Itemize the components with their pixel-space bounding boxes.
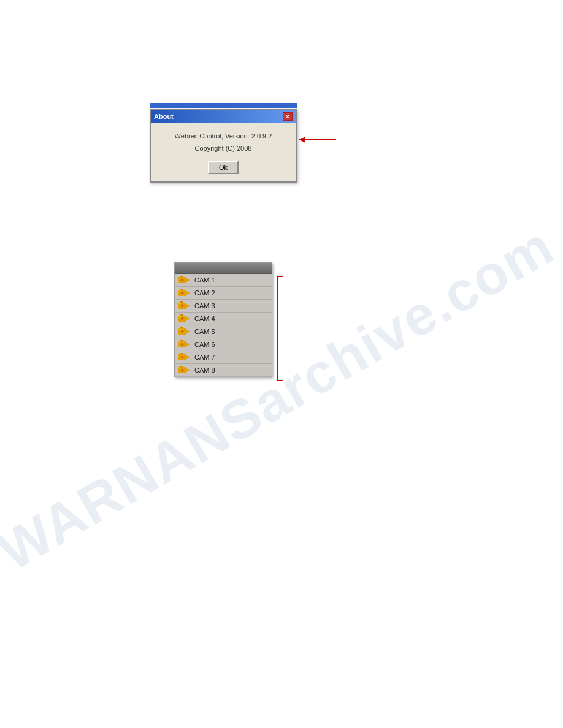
about-copyright-line: Copyright (C) 2008 (195, 145, 252, 152)
cam-label: CAM 3 (194, 302, 215, 309)
svg-rect-13 (179, 290, 181, 291)
about-dialog: About × Webrec Control, Version: 2.0.9.2… (150, 109, 297, 183)
svg-rect-37 (179, 342, 181, 343)
svg-rect-29 (180, 327, 183, 328)
svg-rect-35 (180, 340, 183, 341)
cam-label: CAM 8 (194, 366, 215, 374)
svg-point-34 (182, 344, 183, 345)
cam-item[interactable]: CAM 1 (175, 274, 272, 287)
about-close-button[interactable]: × (283, 112, 293, 121)
svg-marker-6 (186, 278, 190, 282)
svg-marker-24 (186, 317, 190, 320)
camera-icon (178, 276, 191, 284)
about-ok-button[interactable]: Ok (208, 161, 239, 174)
camera-icon (178, 301, 191, 310)
svg-point-4 (182, 279, 183, 281)
about-version-line: Webrec Control, Version: 2.0.9.2 (175, 132, 272, 140)
camera-icon (178, 366, 191, 374)
top-blue-bar (150, 103, 297, 108)
svg-rect-31 (179, 329, 181, 330)
red-arrow (296, 134, 339, 146)
red-bracket-annotation (274, 273, 293, 384)
cam-label: CAM 2 (194, 289, 215, 297)
cam-item[interactable]: CAM 5 (175, 325, 272, 338)
cam-item[interactable]: CAM 8 (175, 364, 272, 377)
cam-item[interactable]: CAM 3 (175, 300, 272, 313)
cam-item[interactable]: CAM 4 (175, 313, 272, 325)
camera-icon (178, 353, 191, 362)
svg-rect-19 (179, 303, 181, 304)
svg-rect-7 (179, 278, 181, 278)
svg-rect-41 (180, 353, 183, 354)
cam-panel: CAM 1CAM 2CAM 3CAM 4CAM 5CAM 6CAM 7CAM 8 (174, 262, 272, 377)
svg-rect-5 (180, 276, 183, 277)
svg-point-22 (182, 318, 183, 319)
cam-label: CAM 4 (194, 315, 215, 322)
camera-icon (178, 327, 191, 336)
about-body: Webrec Control, Version: 2.0.9.2 Copyrig… (151, 123, 296, 181)
about-titlebar: About × (151, 110, 296, 123)
svg-rect-23 (180, 314, 183, 316)
cam-label: CAM 6 (194, 341, 215, 348)
camera-icon (178, 314, 191, 323)
cam-item[interactable]: CAM 2 (175, 287, 272, 300)
cam-label: CAM 7 (194, 354, 215, 361)
svg-marker-42 (186, 355, 190, 359)
svg-marker-48 (186, 368, 190, 372)
svg-point-10 (182, 292, 183, 294)
svg-marker-18 (186, 304, 190, 308)
svg-point-46 (182, 370, 183, 371)
camera-icon (178, 289, 191, 297)
cam-panel-header (175, 263, 272, 274)
cam-label: CAM 5 (194, 328, 215, 335)
svg-point-40 (182, 357, 183, 358)
about-title: About (154, 113, 174, 120)
watermark: WARNANSarchive.com (0, 132, 554, 665)
svg-point-16 (182, 305, 183, 306)
svg-marker-1 (299, 137, 305, 143)
svg-rect-11 (180, 289, 183, 290)
svg-point-28 (182, 331, 183, 332)
cam-item[interactable]: CAM 6 (175, 338, 272, 351)
camera-icon (178, 340, 191, 349)
svg-rect-49 (179, 368, 181, 368)
svg-marker-12 (186, 291, 190, 295)
cam-item[interactable]: CAM 7 (175, 351, 272, 364)
svg-marker-30 (186, 330, 190, 333)
svg-rect-25 (179, 316, 181, 317)
svg-marker-36 (186, 343, 190, 346)
cam-items-container: CAM 1CAM 2CAM 3CAM 4CAM 5CAM 6CAM 7CAM 8 (175, 274, 272, 377)
svg-rect-47 (180, 366, 183, 367)
svg-rect-17 (180, 301, 183, 303)
svg-rect-43 (179, 355, 181, 355)
cam-label: CAM 1 (194, 276, 215, 284)
